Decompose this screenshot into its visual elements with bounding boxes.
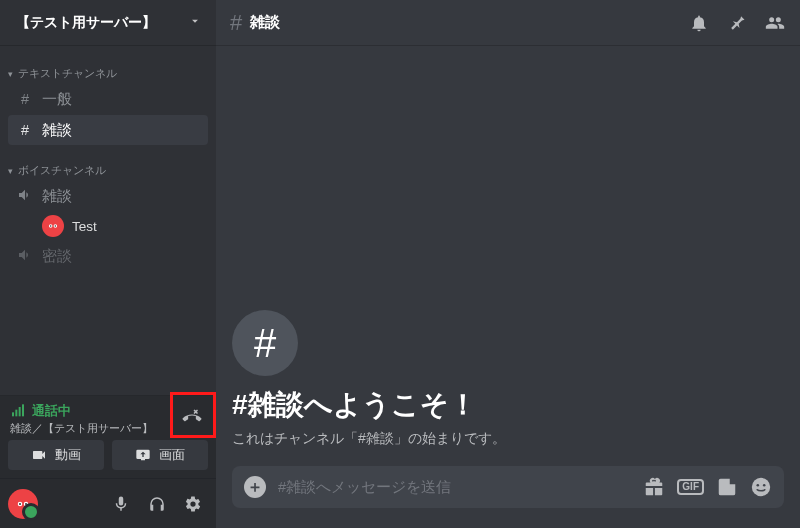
deafen-button[interactable] xyxy=(142,489,172,519)
voice-channel-zatsudan[interactable]: 雑談 xyxy=(8,181,208,211)
hash-icon: # xyxy=(16,122,34,138)
pin-icon xyxy=(727,13,747,33)
video-button[interactable]: 動画 xyxy=(8,440,104,470)
microphone-icon xyxy=(112,495,130,513)
channel-name: 雑談 xyxy=(42,121,72,140)
mute-button[interactable] xyxy=(106,489,136,519)
message-area: # #雑談へようこそ！ これはチャンネル「#雑談」の始まりです。 xyxy=(216,46,800,466)
pinned-messages-button[interactable] xyxy=(726,12,748,34)
channel-name: 雑談 xyxy=(42,187,72,206)
hash-icon: # xyxy=(16,91,34,107)
avatar xyxy=(42,215,64,237)
category-label: ボイスチャンネル xyxy=(18,163,106,178)
svg-point-13 xyxy=(729,487,731,489)
gif-button[interactable]: GIF xyxy=(677,479,704,495)
category-label: テキストチャンネル xyxy=(18,66,117,81)
gift-button[interactable] xyxy=(643,476,665,498)
svg-point-15 xyxy=(757,484,760,487)
bell-icon xyxy=(689,13,709,33)
gif-icon: GIF xyxy=(677,479,704,495)
svg-point-2 xyxy=(50,225,52,227)
server-header[interactable]: 【テスト用サーバー】 xyxy=(0,0,216,46)
member-list-button[interactable] xyxy=(764,12,786,34)
members-icon xyxy=(765,13,785,33)
svg-rect-5 xyxy=(15,410,17,417)
welcome-title: #雑談へようこそ！ xyxy=(232,386,784,424)
self-avatar[interactable] xyxy=(8,489,38,519)
welcome-hash-icon: # xyxy=(232,310,298,376)
channel-topbar: # 雑談 xyxy=(216,0,800,46)
headphones-icon xyxy=(148,495,166,513)
attach-button[interactable]: ＋ xyxy=(244,476,266,498)
voice-connection-path: 雑談／【テスト用サーバー】 xyxy=(10,421,153,436)
hash-icon: # xyxy=(230,10,242,36)
voice-user-name: Test xyxy=(72,219,97,234)
notifications-button[interactable] xyxy=(688,12,710,34)
plus-icon: ＋ xyxy=(247,477,263,498)
svg-point-3 xyxy=(55,225,57,227)
sticker-icon xyxy=(716,476,738,498)
channel-name: 密談 xyxy=(42,247,72,266)
svg-point-10 xyxy=(19,503,21,505)
svg-rect-4 xyxy=(12,412,14,416)
main-area: # 雑談 # #雑談へようこそ！ これはチャンネル「#雑談」の始まりです。 ＋ xyxy=(216,0,800,528)
gift-icon xyxy=(643,476,665,498)
status-online-icon xyxy=(22,503,40,521)
svg-rect-7 xyxy=(22,404,24,416)
channel-name: 一般 xyxy=(42,90,72,109)
message-composer: ＋ GIF xyxy=(232,466,784,508)
video-icon xyxy=(31,447,47,463)
voice-user[interactable]: Test xyxy=(8,213,208,239)
speaker-icon xyxy=(16,247,34,266)
user-settings-button[interactable] xyxy=(178,489,208,519)
chevron-down-icon: ▾ xyxy=(4,69,16,79)
channel-sidebar: 【テスト用サーバー】 ▾ テキストチャンネル # 一般 # 雑談 ▾ ボイスチャ… xyxy=(0,0,216,528)
screen-share-button[interactable]: 画面 xyxy=(112,440,208,470)
sticker-button[interactable] xyxy=(716,476,738,498)
speaker-icon xyxy=(16,187,34,206)
disconnect-call-icon xyxy=(182,408,202,428)
chevron-down-icon: ▾ xyxy=(4,166,16,176)
text-channel-zatsudan[interactable]: # 雑談 xyxy=(8,115,208,145)
signal-icon xyxy=(10,403,26,419)
message-input[interactable] xyxy=(278,479,631,495)
server-name: 【テスト用サーバー】 xyxy=(16,14,156,32)
voice-connection-status[interactable]: 通話中 xyxy=(10,402,153,420)
gear-icon xyxy=(184,495,202,513)
voice-action-buttons: 動画 画面 xyxy=(0,440,216,478)
svg-point-14 xyxy=(752,478,770,496)
svg-point-12 xyxy=(723,487,725,489)
svg-point-16 xyxy=(763,484,766,487)
welcome-subtitle: これはチャンネル「#雑談」の始まりです。 xyxy=(232,430,784,448)
screen-share-icon xyxy=(135,447,151,463)
category-voice[interactable]: ▾ ボイスチャンネル xyxy=(0,161,216,180)
disconnect-button[interactable] xyxy=(176,402,208,434)
svg-rect-6 xyxy=(19,407,21,416)
voice-connection-panel: 通話中 雑談／【テスト用サーバー】 xyxy=(0,395,216,440)
text-channel-general[interactable]: # 一般 xyxy=(8,84,208,114)
channel-title: 雑談 xyxy=(250,13,280,32)
channel-list: ▾ テキストチャンネル # 一般 # 雑談 ▾ ボイスチャンネル 雑談 xyxy=(0,46,216,395)
emoji-button[interactable] xyxy=(750,476,772,498)
chevron-down-icon xyxy=(188,14,202,31)
voice-channel-mitsudan[interactable]: 密談 xyxy=(8,241,208,271)
category-text[interactable]: ▾ テキストチャンネル xyxy=(0,64,216,83)
emoji-icon xyxy=(750,476,772,498)
user-panel xyxy=(0,478,216,528)
